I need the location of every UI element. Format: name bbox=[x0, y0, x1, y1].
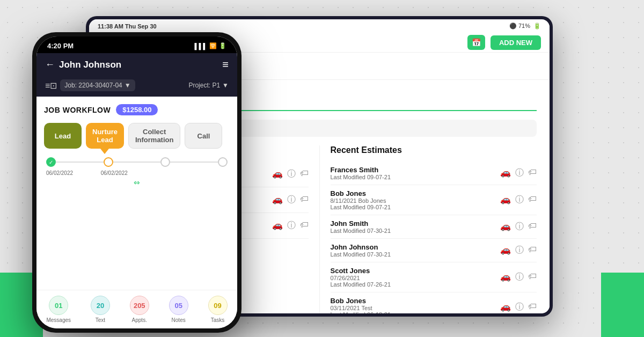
info-icon: ⓘ bbox=[515, 194, 524, 206]
car-icon: 🚗 bbox=[272, 220, 283, 231]
estimate-name: Frances Smith bbox=[331, 166, 501, 174]
appt-action-icons: 🚗 ⓘ 🏷 bbox=[272, 194, 309, 206]
timeline-date-2: 06/02/2022 bbox=[92, 170, 137, 176]
workflow-title: JOB WORKFLOW bbox=[44, 106, 111, 114]
estimate-info: Bob Jones 03/11/2021 Test Last Modified … bbox=[331, 297, 501, 313]
tablet-battery-icon: 🔋 bbox=[533, 23, 541, 30]
estimate-date: Last Modified 07-30-21 bbox=[331, 228, 501, 234]
appts-label: Appts. bbox=[132, 317, 147, 323]
estimate-name: Bob Jones bbox=[331, 189, 501, 197]
estimate-date: Last Modified 09-07-21 bbox=[331, 174, 501, 180]
phone-body: JOB WORKFLOW $1258.00 Lead NurtureLead C… bbox=[36, 97, 237, 290]
estimates-column: Recent Estimates Frances Smith Last Modi… bbox=[320, 145, 537, 313]
estimate-date: 8/11/2021 Bob Jones bbox=[331, 197, 501, 204]
estimate-action-icons: 🚗 ⓘ 🏷 bbox=[500, 272, 537, 283]
tab-text[interactable]: 20 Text bbox=[91, 296, 110, 323]
estimate-info: John Johnson Last Modified 07-30-21 bbox=[331, 243, 501, 258]
estimate-date: 03/11/2021 Test bbox=[331, 305, 501, 311]
estimate-item[interactable]: Scott Jones 07/26/2021 Last Modified 07-… bbox=[331, 262, 537, 292]
appt-action-icons: 🚗 ⓘ 🏷 bbox=[272, 220, 309, 231]
appts-badge: 205 bbox=[130, 296, 149, 315]
tab-notes[interactable]: 05 Notes bbox=[169, 296, 188, 323]
back-button[interactable]: ← bbox=[45, 59, 55, 70]
workflow-step-collect[interactable]: CollectInformation bbox=[128, 123, 181, 149]
notes-label: Notes bbox=[172, 317, 186, 323]
contact-name: John Johnson bbox=[59, 60, 121, 70]
phone-notch bbox=[110, 36, 164, 49]
estimate-modified: Last Modified 06-18-21 bbox=[331, 311, 501, 313]
job-dropdown-icon: ▼ bbox=[125, 82, 131, 89]
timeline-dot-1: ✓ bbox=[46, 157, 56, 167]
signal-icon: ▌▌▌ bbox=[195, 43, 207, 49]
project-label: Project: P1 bbox=[188, 82, 220, 89]
estimate-action-icons: 🚗 ⓘ 🏷 bbox=[500, 221, 537, 232]
appt-action-icons: 🚗 ⓘ 🏷 bbox=[272, 169, 309, 180]
notes-badge: 05 bbox=[169, 296, 188, 315]
text-badge: 20 bbox=[91, 296, 110, 315]
hamburger-small-icon[interactable]: ≡⊡ bbox=[45, 80, 57, 91]
estimate-action-icons: 🚗 ⓘ 🏷 bbox=[500, 245, 537, 256]
timeline-date-1: 06/02/2022 bbox=[46, 170, 92, 176]
workflow-step-call[interactable]: Call bbox=[185, 123, 222, 149]
timeline-line-1 bbox=[56, 162, 104, 163]
estimate-item[interactable]: Bob Jones 8/11/2021 Bob Jones Last Modif… bbox=[331, 185, 537, 215]
phone-subheader: ≡⊡ Job: 2204-30407-04 ▼ Project: P1 ▼ bbox=[36, 76, 237, 97]
tablet-status-icons: ⚫ 71% 🔋 bbox=[509, 23, 541, 30]
job-selector[interactable]: Job: 2204-30407-04 ▼ bbox=[60, 79, 135, 91]
info-icon: ⓘ bbox=[515, 221, 524, 232]
workflow-steps: Lead NurtureLead CollectInformation Call bbox=[44, 123, 230, 149]
project-dropdown-icon: ▼ bbox=[222, 82, 229, 89]
tag-icon: 🏷 bbox=[528, 167, 537, 179]
workflow-step-lead[interactable]: Lead bbox=[44, 123, 82, 149]
car-icon: 🚗 bbox=[272, 194, 283, 206]
phone-status-icons: ▌▌▌ 🛜 🔋 bbox=[195, 42, 226, 49]
workflow-step-nurture[interactable]: NurtureLead bbox=[86, 123, 124, 149]
phone-header-left: ← John Johnson bbox=[45, 59, 121, 70]
tag-icon: 🏷 bbox=[528, 302, 537, 313]
project-selector[interactable]: Project: P1 ▼ bbox=[188, 82, 229, 89]
text-label: Text bbox=[96, 317, 105, 323]
tablet-status-bar: 11:38 AM Thu Sep 30 ⚫ 71% 🔋 bbox=[89, 19, 550, 33]
battery-icon: 🔋 bbox=[219, 42, 226, 49]
phone-tabs: 01 Messages 20 Text 205 Appts. 05 Notes … bbox=[36, 290, 237, 328]
add-new-button[interactable]: ADD NEW bbox=[491, 35, 541, 50]
estimate-modified: Last Modified 07-26-21 bbox=[331, 281, 501, 288]
estimate-date: 07/26/2021 bbox=[331, 275, 501, 281]
info-icon: ⓘ bbox=[515, 167, 524, 179]
tasks-label: Tasks bbox=[211, 317, 225, 323]
tag-icon: 🏷 bbox=[528, 194, 537, 206]
estimate-item[interactable]: Frances Smith Last Modified 09-07-21 🚗 ⓘ… bbox=[331, 162, 537, 185]
info-icon: ⓘ bbox=[515, 302, 524, 313]
timeline-dot-2 bbox=[104, 157, 113, 167]
estimate-item[interactable]: John Johnson Last Modified 07-30-21 🚗 ⓘ … bbox=[331, 239, 537, 262]
tab-appts[interactable]: 205 Appts. bbox=[130, 296, 149, 323]
estimate-name: Bob Jones bbox=[331, 297, 501, 305]
tab-messages[interactable]: 01 Messages bbox=[46, 296, 71, 323]
tag-icon: 🏷 bbox=[528, 272, 537, 283]
phone-time: 4:20 PM bbox=[47, 42, 74, 50]
timeline-dot-3 bbox=[160, 157, 170, 167]
estimate-action-icons: 🚗 ⓘ 🏷 bbox=[500, 194, 537, 206]
car-icon: 🚗 bbox=[272, 169, 283, 180]
tag-icon: 🏷 bbox=[528, 221, 537, 232]
estimate-item[interactable]: Bob Jones 03/11/2021 Test Last Modified … bbox=[331, 292, 537, 313]
tab-tasks[interactable]: 09 Tasks bbox=[208, 296, 228, 323]
calendar-button[interactable]: 📅 bbox=[467, 35, 485, 50]
timeline-dot-4 bbox=[218, 157, 228, 167]
info-icon: ⓘ bbox=[287, 194, 296, 206]
phone-device: 4:20 PM ▌▌▌ 🛜 🔋 ← John Johnson ≡ ≡⊡ Job:… bbox=[32, 32, 241, 333]
estimate-item[interactable]: John Smith Last Modified 07-30-21 🚗 ⓘ 🏷 bbox=[331, 215, 537, 239]
tag-icon: 🏷 bbox=[300, 220, 309, 231]
car-icon: 🚗 bbox=[500, 194, 511, 206]
estimate-info: Frances Smith Last Modified 09-07-21 bbox=[331, 166, 501, 180]
green-accent-right bbox=[601, 273, 644, 337]
wifi-icon: 🛜 bbox=[209, 42, 217, 49]
tablet-wifi-icon: ⚫ 71% bbox=[509, 23, 530, 30]
estimate-name: John Johnson bbox=[331, 243, 501, 251]
timeline-date-4 bbox=[182, 170, 228, 176]
timeline-line-3 bbox=[170, 162, 218, 163]
estimate-name: Scott Jones bbox=[331, 267, 501, 275]
job-label: Job: 2204-30407-04 bbox=[64, 82, 122, 89]
car-icon: 🚗 bbox=[500, 167, 511, 179]
hamburger-menu-icon[interactable]: ≡ bbox=[222, 58, 229, 71]
